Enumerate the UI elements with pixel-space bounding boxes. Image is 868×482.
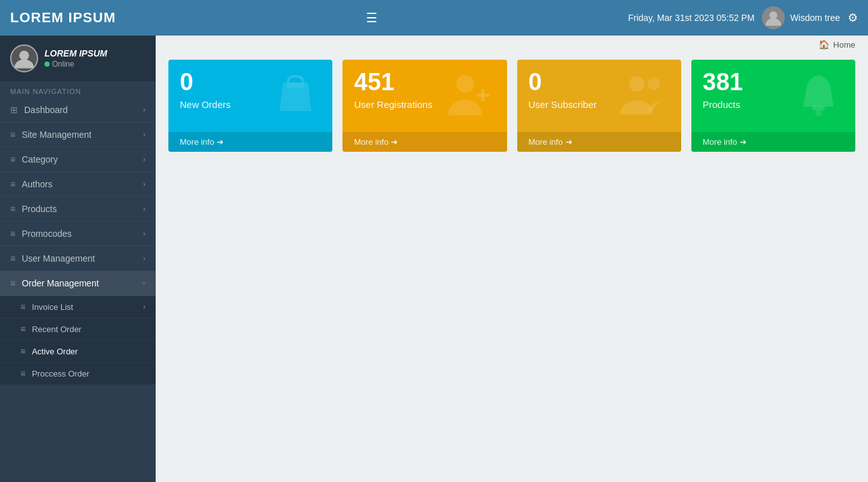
- products-icon: ≡: [10, 204, 15, 214]
- sidebar-sub-item-label: Recent Order: [32, 325, 81, 334]
- recent-order-icon: ≡: [20, 324, 25, 334]
- datetime-label: Friday, Mar 31st 2023 05:52 PM: [628, 13, 754, 23]
- active-order-icon: ≡: [20, 346, 25, 356]
- stat-card-new-orders: 0 New Orders More info ➔: [168, 60, 332, 152]
- more-info-new-orders[interactable]: More info ➔: [168, 132, 332, 152]
- sidebar-item-user-management[interactable]: ≡ User Management ›: [0, 246, 156, 271]
- svg-point-1: [19, 51, 29, 60]
- status-label: Online: [52, 60, 74, 69]
- sidebar-sub-item-label: Active Order: [32, 347, 78, 356]
- sidebar-item-authors[interactable]: ≡ Authors ›: [0, 172, 156, 197]
- stat-card-user-registrations: 451 User Registrations More info: [342, 60, 506, 152]
- sidebar-avatar: [10, 44, 38, 72]
- sidebar-sub-item-label: Proccess Order: [32, 369, 89, 378]
- sidebar-item-label: Products: [22, 204, 57, 214]
- stat-card-products: 381 Products More info ➔: [691, 60, 855, 152]
- stats-grid: 0 New Orders More info ➔: [156, 53, 868, 164]
- sidebar-sub-item-recent-order[interactable]: ≡ Recent Order: [0, 318, 156, 340]
- sidebar-item-site-management[interactable]: ≡ Site Management ›: [0, 123, 156, 147]
- sidebar-status: Online: [44, 60, 107, 69]
- chevron-icon: ›: [143, 302, 146, 311]
- chevron-icon: ›: [143, 180, 146, 189]
- username-label: Wisdom tree: [790, 13, 840, 23]
- sidebar-sub-item-invoice-list[interactable]: ≡ Invoice List ›: [0, 296, 156, 318]
- navbar-right: Friday, Mar 31st 2023 05:52 PM Wisdom tr…: [628, 6, 858, 29]
- sidebar-item-order-management[interactable]: ≡ Order Management ›: [0, 271, 156, 296]
- sidebar-sub-item-label: Invoice List: [32, 302, 73, 312]
- svg-point-6: [629, 76, 644, 91]
- home-icon: 🏠: [818, 39, 829, 50]
- sidebar-user-info: LOREM IPSUM Online: [44, 48, 107, 69]
- category-icon: ≡: [10, 154, 15, 164]
- sidebar-section-label: MAIN NAVIGATION: [0, 81, 156, 98]
- stat-number-user-subscriber: 0: [529, 70, 597, 94]
- svg-point-0: [770, 11, 777, 19]
- gear-icon[interactable]: ⚙: [848, 11, 858, 25]
- sidebar-item-label: Authors: [22, 179, 52, 189]
- chevron-icon: ›: [143, 155, 146, 164]
- sidebar-username: LOREM IPSUM: [44, 48, 107, 58]
- stat-number-user-registrations: 451: [354, 70, 432, 94]
- sidebar-sub-item-active-order[interactable]: ≡ Active Order: [0, 340, 156, 363]
- arrow-icon: ➔: [391, 137, 398, 147]
- stat-label-user-registrations: User Registrations: [354, 99, 432, 110]
- user-info: Wisdom tree: [762, 6, 840, 29]
- order-management-icon: ≡: [10, 278, 15, 288]
- top-navbar: LOREM IPSUM ☰ Friday, Mar 31st 2023 05:5…: [0, 0, 868, 36]
- avatar: [762, 6, 785, 29]
- status-dot-icon: [44, 62, 50, 67]
- sidebar-item-label: Category: [22, 154, 58, 164]
- sidebar-sub-item-process-order[interactable]: ≡ Proccess Order: [0, 363, 156, 385]
- users-icon: [619, 70, 670, 121]
- more-info-user-subscriber[interactable]: More info ➔: [517, 132, 681, 152]
- sidebar-item-label: Order Management: [22, 278, 98, 288]
- breadcrumb-home-label: Home: [833, 40, 855, 50]
- hamburger-icon[interactable]: ☰: [366, 10, 377, 25]
- svg-rect-8: [812, 105, 825, 110]
- site-management-icon: ≡: [10, 130, 15, 140]
- body-wrap: LOREM IPSUM Online MAIN NAVIGATION ⊞ Das…: [0, 36, 868, 482]
- sidebar-item-label: Promocodes: [22, 229, 72, 239]
- chevron-icon: ›: [143, 254, 146, 263]
- arrow-icon: ➔: [217, 137, 224, 147]
- sidebar-item-dashboard[interactable]: ⊞ Dashboard ›: [0, 98, 156, 123]
- user-management-icon: ≡: [10, 253, 15, 264]
- chevron-icon: ›: [143, 204, 146, 213]
- stat-label-products: Products: [703, 99, 743, 110]
- svg-point-3: [456, 75, 474, 93]
- sidebar-item-products[interactable]: ≡ Products ›: [0, 197, 156, 222]
- sidebar-item-promocodes[interactable]: ≡ Promocodes ›: [0, 222, 156, 246]
- arrow-icon: ➔: [566, 137, 573, 147]
- more-info-user-registrations[interactable]: More info ➔: [342, 132, 506, 152]
- chevron-icon: ›: [143, 105, 146, 114]
- stat-label-new-orders: New Orders: [180, 99, 231, 110]
- stat-label-user-subscriber: User Subscriber: [529, 99, 597, 110]
- arrow-icon: ➔: [740, 137, 747, 147]
- authors-icon: ≡: [10, 179, 15, 189]
- sidebar: LOREM IPSUM Online MAIN NAVIGATION ⊞ Das…: [0, 36, 156, 482]
- chevron-down-icon: ›: [140, 282, 149, 285]
- chevron-icon: ›: [143, 229, 146, 238]
- sidebar-item-label: Dashboard: [24, 105, 68, 115]
- svg-point-9: [815, 110, 822, 116]
- svg-rect-2: [287, 83, 304, 88]
- main-content: 🏠 Home 0 New Orders: [156, 36, 868, 482]
- sidebar-profile: LOREM IPSUM Online: [0, 36, 156, 81]
- sidebar-item-category[interactable]: ≡ Category ›: [0, 147, 156, 172]
- brand-title: LOREM IPSUM: [10, 10, 116, 26]
- sidebar-item-label: User Management: [22, 253, 95, 264]
- chevron-icon: ›: [143, 130, 146, 139]
- more-info-products[interactable]: More info ➔: [691, 132, 855, 152]
- process-order-icon: ≡: [20, 368, 25, 378]
- bell-icon: [793, 70, 844, 121]
- promocodes-icon: ≡: [10, 229, 15, 239]
- dashboard-icon: ⊞: [10, 105, 18, 115]
- stat-number-products: 381: [703, 70, 743, 94]
- sidebar-item-label: Site Management: [22, 130, 92, 140]
- svg-point-7: [648, 77, 660, 90]
- user-plus-icon: [445, 70, 496, 121]
- stat-card-user-subscriber: 0 User Subscriber More info ➔: [517, 60, 681, 152]
- breadcrumb: 🏠 Home: [156, 36, 868, 53]
- invoice-list-icon: ≡: [20, 302, 25, 312]
- stat-number-new-orders: 0: [180, 70, 231, 94]
